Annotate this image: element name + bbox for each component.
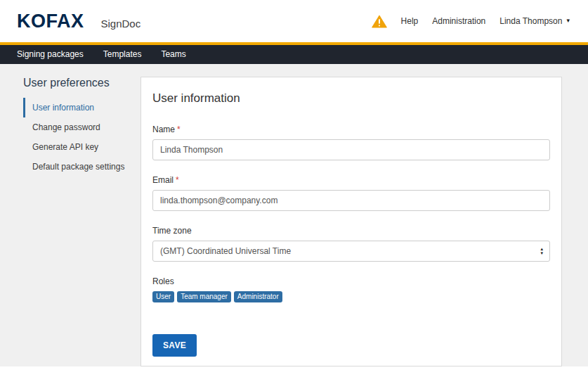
- page-title: User information: [152, 91, 550, 106]
- sidebar-item-generate-api-key[interactable]: Generate API key: [23, 137, 141, 157]
- administration-link[interactable]: Administration: [432, 16, 485, 26]
- save-button[interactable]: SAVE: [152, 334, 197, 357]
- chevron-down-icon: ▾: [566, 17, 570, 24]
- email-field[interactable]: [152, 190, 550, 211]
- roles-label: Roles: [152, 276, 550, 286]
- timezone-selected-value: (GMT) Coordinated Universal Time: [160, 246, 291, 256]
- brand-area: KOFAX SignDoc: [17, 11, 141, 32]
- user-menu-label: Linda Thompson: [499, 16, 562, 26]
- required-marker: *: [176, 175, 179, 185]
- nav-item-teams[interactable]: Teams: [151, 45, 195, 64]
- timezone-label: Time zone: [152, 226, 550, 236]
- sidebar-item-default-package-settings[interactable]: Default package settings: [23, 157, 141, 177]
- help-link[interactable]: Help: [401, 16, 419, 26]
- roles-field-group: Roles User Team manager Administrator: [152, 276, 550, 302]
- timezone-field-group: Time zone (GMT) Coordinated Universal Ti…: [152, 226, 550, 262]
- nav-item-signing-packages[interactable]: Signing packages: [7, 45, 93, 64]
- updown-stepper-icon: ▴ ▾: [540, 247, 543, 255]
- content-area: User preferences User information Change…: [0, 64, 588, 366]
- name-input[interactable]: [152, 139, 550, 160]
- email-field-group: Email*: [152, 175, 550, 211]
- app-header: KOFAX SignDoc Help Administration Linda …: [0, 0, 588, 42]
- required-marker: *: [177, 125, 181, 134]
- sidebar: User preferences User information Change…: [23, 77, 141, 366]
- warning-icon[interactable]: [372, 15, 387, 28]
- timezone-select[interactable]: (GMT) Coordinated Universal Time ▴ ▾: [152, 241, 550, 262]
- role-badge-administrator: Administrator: [234, 291, 282, 302]
- sidebar-item-user-information[interactable]: User information: [23, 98, 141, 117]
- sidebar-list: User information Change password Generat…: [23, 98, 141, 177]
- nav-item-templates[interactable]: Templates: [93, 45, 152, 64]
- role-badge-team-manager: Team manager: [177, 291, 231, 302]
- sidebar-title: User preferences: [23, 77, 141, 89]
- email-label: Email*: [152, 175, 550, 185]
- app-window: KOFAX SignDoc Help Administration Linda …: [0, 0, 588, 366]
- product-name: SignDoc: [101, 18, 141, 30]
- user-information-card: User information Name* Email* Time zone …: [141, 77, 562, 366]
- user-menu[interactable]: Linda Thompson ▾: [499, 16, 570, 26]
- header-actions: Help Administration Linda Thompson ▾: [372, 15, 570, 28]
- name-field-group: Name*: [152, 125, 550, 160]
- kofax-logo: KOFAX: [17, 11, 84, 32]
- main-nav: Signing packages Templates Teams: [0, 45, 588, 64]
- sidebar-item-change-password[interactable]: Change password: [23, 117, 141, 137]
- name-label: Name*: [152, 125, 550, 134]
- role-badge-user: User: [152, 291, 174, 302]
- roles-badge-list: User Team manager Administrator: [152, 291, 550, 302]
